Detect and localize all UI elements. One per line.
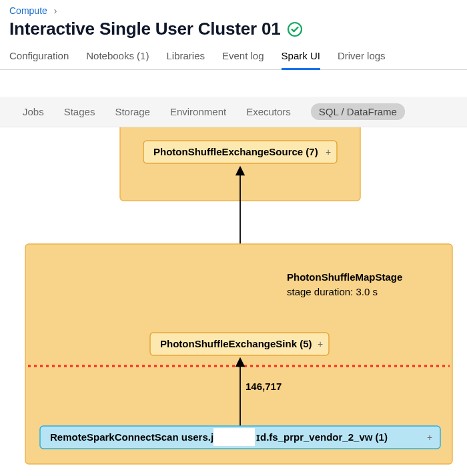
- dag-node-source-label: PhotonShuffleExchangeSource (7): [153, 146, 318, 157]
- breadcrumb: Compute ›: [0, 0, 467, 19]
- page-title: Interactive Single User Cluster 01: [9, 19, 280, 39]
- check-circle-icon: [287, 21, 303, 37]
- tab-spark-ui[interactable]: Spark UI: [282, 46, 320, 70]
- tab-notebooks[interactable]: Notebooks (1): [86, 46, 149, 69]
- spark-nav-executors[interactable]: Executors: [246, 106, 291, 117]
- spark-nav-environment[interactable]: Environment: [170, 106, 226, 117]
- redaction-block: [213, 428, 255, 446]
- plus-icon[interactable]: +: [326, 147, 331, 157]
- chevron-right-icon: ›: [54, 5, 57, 16]
- tab-configuration[interactable]: Configuration: [9, 46, 69, 69]
- dag-map-stage-title: PhotonShuffleMapStage: [287, 271, 402, 283]
- tab-event-log[interactable]: Event log: [222, 46, 264, 69]
- dag-node-sink-label: PhotonShuffleExchangeSink (5): [160, 338, 312, 349]
- spark-nav-jobs[interactable]: Jobs: [23, 106, 44, 117]
- tab-driver-logs[interactable]: Driver logs: [338, 46, 386, 69]
- spark-nav-stages[interactable]: Stages: [64, 106, 95, 117]
- spark-ui-subnav: Jobs Stages Storage Environment Executor…: [0, 97, 467, 127]
- plus-icon[interactable]: +: [318, 339, 323, 349]
- tab-libraries[interactable]: Libraries: [166, 46, 205, 69]
- dag-map-stage-duration: stage duration: 3.0 s: [287, 286, 378, 297]
- dag-node-scan-label-tail: ɪd.fs_prpr_vendor_2_vw (1): [256, 431, 388, 443]
- dag-node-scan-label: RemoteSparkConnectScan users.ja: [50, 431, 219, 443]
- dag-edge-bottom-label: 146,717: [246, 381, 282, 392]
- dag-diagram[interactable]: PhotonShuffleExchangeSource (7) + 200 Ph…: [0, 127, 467, 474]
- spark-nav-storage[interactable]: Storage: [115, 106, 150, 117]
- spark-nav-sql-dataframe[interactable]: SQL / DataFrame: [311, 103, 405, 120]
- title-row: Interactive Single User Cluster 01: [0, 19, 467, 46]
- primary-tabs: Configuration Notebooks (1) Libraries Ev…: [0, 46, 467, 70]
- plus-icon[interactable]: +: [427, 432, 432, 443]
- breadcrumb-root-link[interactable]: Compute: [9, 5, 47, 16]
